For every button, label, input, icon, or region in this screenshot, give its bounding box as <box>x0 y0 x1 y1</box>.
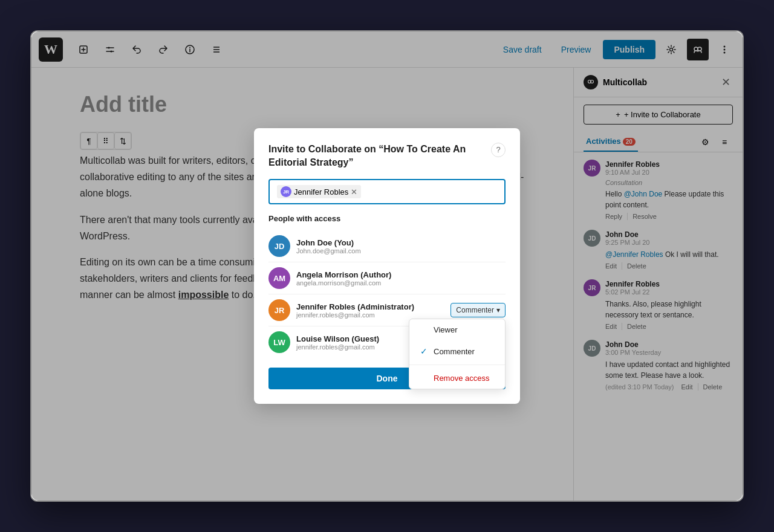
dialog-title: Invite to Collaborate on “How To Create … <box>268 143 491 170</box>
role-dropdown-2: Viewer ✓ Commenter Remove access <box>409 319 506 389</box>
invite-dialog: Invite to Collaborate on “How To Create … <box>254 128 520 404</box>
people-name-1: Angela Morrison (Author) <box>296 270 506 279</box>
people-name-0: John Doe (You) <box>296 238 506 247</box>
dropdown-commenter[interactable]: ✓ Commenter <box>409 340 505 362</box>
people-avatar-0: JD <box>268 235 290 257</box>
people-avatar-2: JR <box>268 299 290 321</box>
people-list: JD John Doe (You) John.doe@gmail.com AM <box>268 230 506 358</box>
people-email-2: jennifer.robles@gmail.com <box>296 311 444 319</box>
people-email-0: John.doe@gmail.com <box>296 247 506 255</box>
role-label-2: Commenter <box>456 306 494 314</box>
dropdown-commenter-label: Commenter <box>434 347 475 356</box>
people-role-2: Commenter ▾ Viewer ✓ <box>450 303 506 317</box>
dropdown-viewer[interactable]: Viewer <box>409 319 505 340</box>
people-access-label: People with access <box>268 214 506 223</box>
dropdown-remove-access[interactable]: Remove access <box>409 368 505 389</box>
people-name-2: Jennifer Robles (Administrator) <box>296 302 444 311</box>
people-email-1: angela.morrison@gmail.com <box>296 279 506 287</box>
dropdown-remove-label: Remove access <box>434 374 489 383</box>
people-item-1: AM Angela Morrison (Author) angela.morri… <box>268 262 506 294</box>
people-avatar-1: AM <box>268 267 290 289</box>
dialog-help-button[interactable]: ? <box>491 143 506 157</box>
role-chevron-2: ▾ <box>496 306 500 314</box>
invite-tag-name: Jennifer Robles <box>294 187 348 196</box>
invite-tag-avatar: JR <box>281 186 291 197</box>
invite-input-field[interactable]: JR Jennifer Robles ✕ <box>268 179 506 204</box>
people-item-0: JD John Doe (You) John.doe@gmail.com <box>268 230 506 262</box>
invite-tag-remove[interactable]: ✕ <box>351 188 357 196</box>
invite-tag: JR Jennifer Robles ✕ <box>277 185 361 198</box>
people-item-2: JR Jennifer Robles (Administrator) jenni… <box>268 294 506 326</box>
dropdown-viewer-label: Viewer <box>434 325 458 334</box>
dialog-overlay: Invite to Collaborate on “How To Create … <box>31 31 743 501</box>
role-select-2[interactable]: Commenter ▾ <box>450 303 506 317</box>
commenter-check: ✓ <box>419 346 429 356</box>
people-avatar-3: LW <box>268 331 290 353</box>
dropdown-divider <box>409 365 505 365</box>
